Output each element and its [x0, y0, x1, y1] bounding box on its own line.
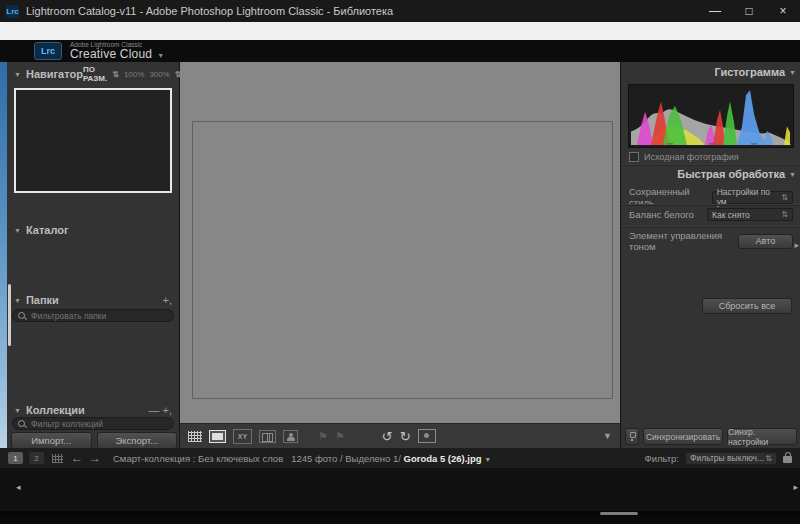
filter-label: Фильтр:	[644, 453, 679, 464]
source-breadcrumb[interactable]: Смарт-коллекция : Без ключевых слов 1245…	[113, 453, 491, 464]
original-photo-checkbox-row[interactable]: Исходная фотография	[629, 152, 739, 162]
spinner-icon[interactable]: ⇅	[112, 70, 119, 79]
filmstrip-scroll-handle[interactable]	[600, 512, 638, 515]
quick-develop-header[interactable]: Быстрая обработка▼	[621, 166, 800, 182]
rotate-right-icon[interactable]: ↻	[400, 429, 411, 444]
search-icon	[18, 420, 25, 427]
export-button[interactable]: Экспорт...	[97, 432, 178, 449]
collections-header[interactable]: ▼ Коллекции — +,	[7, 402, 180, 418]
desktop-wallpaper-strip	[0, 516, 800, 524]
add-folder-button[interactable]: +,	[163, 294, 172, 306]
spinner-icon: ⇅	[781, 210, 788, 219]
grid-view-icon[interactable]	[188, 431, 202, 442]
white-balance-dropdown[interactable]: Как снято⇅	[707, 208, 793, 221]
left-panel-buttons: Импорт... Экспорт...	[11, 432, 177, 449]
filmstrip-scroll-left-icon[interactable]: ◂	[16, 482, 21, 492]
main-row: ▼ Навигатор ПО РАЗМ. ⇅ 100% 300% ⇅ ▼ Кат…	[0, 62, 800, 448]
impromptu-slideshow-icon[interactable]	[418, 429, 436, 443]
spinner-icon: ⇅	[765, 454, 772, 463]
lightroom-window: Lrc Lightroom Catalog-v11 - Adobe Photos…	[0, 0, 800, 524]
minimize-button[interactable]: —	[698, 0, 732, 22]
filter-dropdown[interactable]: Фильтры выключ...⇅	[685, 452, 777, 465]
main-photo[interactable]	[193, 122, 612, 398]
disclosure-triangle-icon: ▼	[14, 71, 21, 78]
import-button[interactable]: Импорт...	[11, 432, 92, 449]
tone-control-row: Элемент управления тоном Авто	[629, 230, 793, 252]
forward-arrow-icon[interactable]: →	[89, 452, 101, 464]
reset-all-button[interactable]: Сбросить все	[702, 298, 792, 314]
selected-filename: Goroda 5 (26).jpg	[404, 453, 482, 464]
grid-shortcut-icon[interactable]	[52, 454, 63, 463]
disclosure-triangle-icon: ▼	[14, 227, 21, 234]
center-area: XY ⚑ ⚑ ↺ ↻ ▼	[180, 62, 620, 448]
close-button[interactable]: ×	[766, 0, 800, 22]
spinner-icon: ⇅	[781, 193, 788, 202]
disclosure-triangle-icon: ▼	[14, 297, 21, 304]
second-screen-button[interactable]: 2	[29, 452, 44, 464]
collections-filter[interactable]	[12, 417, 174, 430]
desktop-edge	[0, 62, 7, 448]
rotate-left-icon[interactable]: ↺	[382, 429, 393, 444]
navigator-zoom-300[interactable]: 300%	[149, 70, 169, 79]
histogram[interactable]	[628, 84, 794, 148]
disclosure-triangle-icon: ▼	[789, 171, 796, 178]
branding-plan[interactable]: Creative Cloud▼	[70, 48, 164, 60]
chevron-down-icon: ▼	[157, 52, 164, 59]
collections-add-remove-buttons[interactable]: — +,	[148, 404, 172, 416]
catalog-header[interactable]: ▼ Каталог	[7, 222, 180, 238]
white-balance-row: Баланс белого Как снято⇅	[629, 208, 793, 221]
app-icon: Lrc	[6, 5, 19, 18]
survey-view-icon[interactable]	[259, 430, 276, 443]
menubar	[0, 22, 800, 40]
folders-header[interactable]: ▼ Папки +,	[7, 292, 180, 308]
titlebar: Lrc Lightroom Catalog-v11 - Adobe Photos…	[0, 0, 800, 22]
navigator-zoom-100[interactable]: 100%	[124, 70, 144, 79]
checkbox-icon[interactable]	[629, 152, 639, 162]
lrc-logo: Lrc	[34, 42, 62, 60]
toolbar-options-caret[interactable]: ▼	[603, 431, 612, 441]
collections-filter-input[interactable]	[29, 418, 153, 430]
loupe-view-icon[interactable]	[209, 430, 226, 443]
filmstrip-scroll-right-icon[interactable]: ▸	[793, 482, 798, 492]
main-screen-button[interactable]: 1	[8, 452, 23, 464]
filter-lock-icon[interactable]	[783, 456, 792, 463]
navigator-fit-button[interactable]: ПО РАЗМ.	[83, 65, 107, 83]
histogram-header[interactable]: Гистограмма▼	[621, 64, 800, 80]
disclosure-triangle-icon: ▼	[789, 69, 796, 76]
compare-view-icon[interactable]: XY	[233, 429, 252, 444]
flag-reject-icon[interactable]: ⚑	[335, 430, 345, 443]
module-bar: Lrc Adobe Lightroom Classic Creative Clo…	[0, 40, 800, 62]
maximize-button[interactable]: □	[732, 0, 766, 22]
auto-tone-button[interactable]: Авто	[738, 234, 793, 249]
navigator-preview[interactable]	[14, 88, 172, 193]
folder-filter[interactable]	[12, 309, 174, 322]
filmstrip-statusbar: 1 2 ← → Смарт-коллекция : Без ключевых с…	[0, 448, 800, 468]
people-view-icon[interactable]	[283, 430, 298, 443]
histogram-plot	[629, 85, 793, 147]
search-icon	[18, 312, 25, 319]
back-arrow-icon[interactable]: ←	[71, 452, 83, 464]
branding: Adobe Lightroom Classic Creative Cloud▼	[70, 42, 164, 61]
toolbar: XY ⚑ ⚑ ↺ ↻ ▼	[180, 423, 620, 448]
disclosure-triangle-icon: ▼	[14, 407, 21, 414]
sync-button[interactable]: Синхронизировать	[643, 428, 723, 445]
chevron-down-icon: ▼	[484, 456, 491, 463]
folder-filter-input[interactable]	[29, 310, 153, 322]
right-panel: Гистограмма▼	[620, 62, 800, 448]
window-controls: — □ ×	[698, 0, 800, 22]
navigator-header[interactable]: ▼ Навигатор ПО РАЗМ. ⇅ 100% 300% ⇅	[7, 64, 180, 84]
flag-pick-icon[interactable]: ⚑	[318, 430, 328, 443]
sync-settings-button[interactable]: Синхр. настройки	[727, 428, 797, 445]
right-panel-collapse-icon[interactable]: ▸	[794, 240, 799, 250]
left-panel: ▼ Навигатор ПО РАЗМ. ⇅ 100% 300% ⇅ ▼ Кат…	[7, 62, 180, 448]
filmstrip	[0, 468, 800, 511]
sync-buttons-row: Синхронизировать Синхр. настройки	[625, 428, 797, 445]
sync-toggle-icon[interactable]	[625, 428, 639, 445]
saved-preset-dropdown[interactable]: Настройки по ум...⇅	[712, 191, 793, 204]
window-title: Lightroom Catalog-v11 - Adobe Photoshop …	[26, 5, 393, 17]
